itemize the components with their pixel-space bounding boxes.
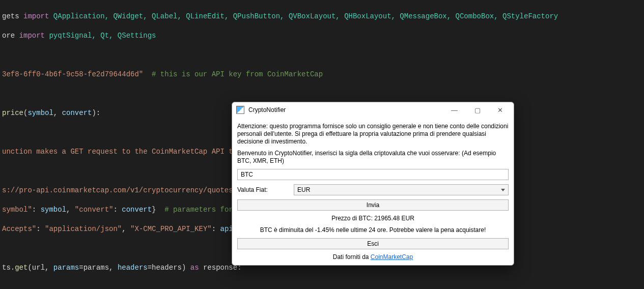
crypto-notifier-window: CryptoNotifier — ▢ ✕ Attenzione: questo … (232, 102, 514, 266)
fiat-selected-value: EUR (297, 185, 310, 195)
minimize-button[interactable]: — (443, 103, 466, 117)
footer-link[interactable]: CoinMarketCap (371, 253, 413, 261)
maximize-button[interactable]: ▢ (466, 103, 489, 117)
send-button[interactable]: Invia (237, 199, 509, 211)
titlebar: CryptoNotifier — ▢ ✕ (232, 102, 514, 118)
code-line: ore import pyqtSignal, Qt, QSettings (0, 31, 644, 41)
window-title: CryptoNotifier (248, 105, 443, 115)
footer-label: Dati forniti da CoinMarketCap (237, 253, 509, 261)
price-label: Prezzo di BTC: 21965.48 EUR (237, 215, 509, 222)
app-icon (236, 106, 244, 114)
footer-prefix: Dati forniti da (333, 253, 371, 261)
disclaimer-label: Attenzione: questo programma fornisce so… (237, 123, 509, 146)
fiat-label: Valuta Fiat: (237, 185, 291, 195)
close-button[interactable]: ✕ (489, 103, 512, 117)
code-line: gets import QApplication, QWidget, QLabe… (0, 12, 644, 21)
welcome-label: Benvenuto in CryptoNotifier, inserisci l… (237, 150, 509, 165)
exit-button[interactable]: Esci (237, 238, 509, 249)
fiat-combobox[interactable]: EUR (294, 184, 509, 195)
symbol-input[interactable] (237, 169, 509, 180)
suggestion-label: BTC è diminuita del -1.45% nelle ultime … (237, 226, 509, 234)
code-line: 3ef8-6ff0-4b6f-9c58-fe2d79644d6d" # this… (0, 70, 644, 79)
